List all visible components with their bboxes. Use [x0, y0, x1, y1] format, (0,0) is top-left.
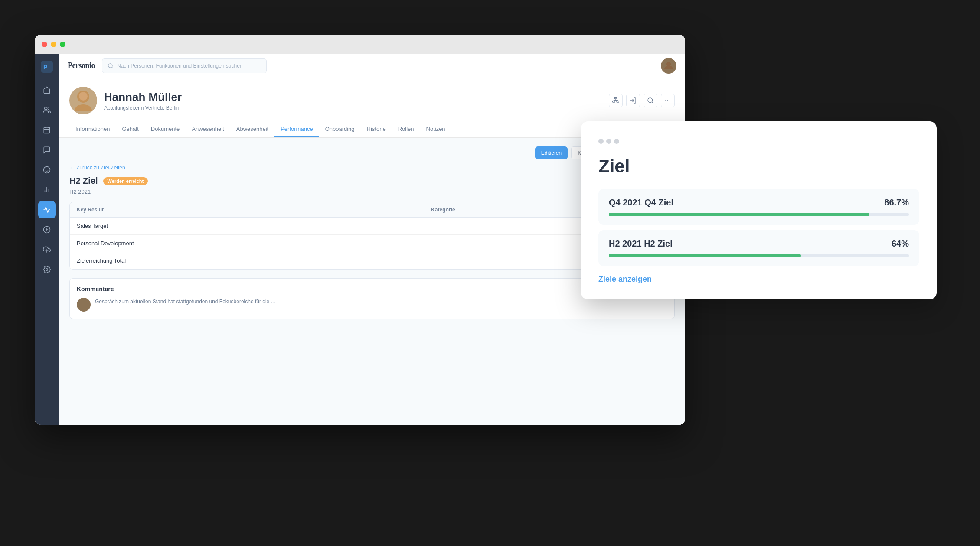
profile-actions: ··· — [609, 94, 675, 107]
goal-card-item-1: Q4 2021 Q4 Ziel 86.7% — [598, 189, 919, 225]
progress-bar-bg-2 — [609, 254, 909, 257]
col-key-result: Key Result — [77, 207, 431, 213]
goal-card-row-1: Q4 2021 Q4 Ziel 86.7% — [609, 198, 909, 208]
svg-text:P: P — [43, 64, 47, 71]
svg-line-16 — [112, 67, 113, 68]
comments-title: Kommentare — [77, 286, 667, 292]
cell-key-2: Personal Development — [77, 240, 431, 247]
card-dot-2 — [606, 139, 611, 144]
tab-informationen[interactable]: Informationen — [69, 121, 116, 137]
sidebar-item-people[interactable] — [38, 101, 56, 119]
cell-key-3: Zielerreichung Total — [77, 257, 431, 264]
svg-line-29 — [652, 102, 653, 103]
sidebar-item-chat[interactable] — [38, 141, 56, 159]
svg-point-20 — [79, 92, 88, 101]
goal-card-item-2: H2 2021 H2 Ziel 64% — [598, 230, 919, 266]
login-as-button[interactable] — [626, 94, 640, 107]
app-logo: Personio — [68, 61, 95, 70]
search-icon — [108, 63, 114, 69]
tab-performance[interactable]: Performance — [274, 121, 319, 137]
goal-title: H2 Ziel — [69, 176, 98, 186]
back-arrow-icon: ← — [69, 165, 75, 171]
goal-badge: Werden erreicht — [103, 177, 148, 185]
ziele-anzeigen-link[interactable]: Ziele anzeigen — [598, 275, 919, 284]
edit-button[interactable]: Editieren — [535, 146, 568, 159]
svg-point-6 — [44, 167, 50, 173]
minimize-button[interactable] — [51, 42, 56, 47]
goal-card-label-1: Q4 2021 Q4 Ziel — [609, 198, 673, 208]
profile-info: Hannah Müller Abteilungsleiterin Vertrie… — [69, 87, 675, 114]
sidebar-item-performance[interactable] — [38, 201, 56, 218]
sidebar-item-payroll[interactable] — [38, 221, 56, 238]
svg-rect-2 — [44, 127, 50, 133]
more-button[interactable]: ··· — [661, 94, 675, 107]
maximize-button[interactable] — [60, 42, 65, 47]
svg-point-19 — [75, 104, 92, 111]
svg-point-28 — [648, 98, 653, 103]
floating-card: Ziel Q4 2021 Q4 Ziel 86.7% H2 2021 H2 Zi… — [581, 121, 937, 299]
card-titlebar — [598, 139, 919, 144]
tab-notizen[interactable]: Notizen — [420, 121, 451, 137]
sidebar-item-reviews[interactable] — [38, 161, 56, 179]
tab-historie[interactable]: Historie — [361, 121, 392, 137]
goal-card-percent-2: 64% — [892, 239, 909, 249]
svg-rect-23 — [617, 101, 619, 102]
search-bar[interactable]: Nach Personen, Funktionen und Einstellun… — [102, 58, 267, 73]
svg-rect-22 — [613, 101, 615, 102]
tab-onboarding[interactable]: Onboarding — [319, 121, 361, 137]
close-button[interactable] — [42, 42, 47, 47]
tab-anwesenheit[interactable]: Anwesenheit — [186, 121, 230, 137]
top-header: Personio Nach Personen, Funktionen und E… — [59, 54, 685, 78]
commenter-avatar — [77, 298, 91, 312]
browser-titlebar — [35, 35, 685, 54]
goal-card-row-2: H2 2021 H2 Ziel 64% — [609, 239, 909, 249]
back-link-text: Zurück zu Ziel-Zeiten — [76, 165, 125, 171]
comment-text: Gespräch zum aktuellen Stand hat stattge… — [95, 298, 275, 312]
profile-subtitle: Abteilungsleiterin Vertrieb, Berlin — [104, 105, 182, 111]
profile-avatar — [69, 87, 97, 114]
sidebar-item-upload[interactable] — [38, 241, 56, 258]
header-right — [661, 58, 676, 74]
search-profile-button[interactable] — [644, 94, 657, 107]
org-chart-button[interactable] — [609, 94, 623, 107]
sidebar: P — [35, 54, 59, 425]
goal-card-label-2: H2 2021 H2 Ziel — [609, 239, 673, 249]
card-title: Ziel — [598, 156, 919, 177]
progress-bar-fill-2 — [609, 254, 801, 257]
progress-bar-fill-1 — [609, 213, 869, 216]
goal-card-percent-1: 86.7% — [884, 198, 909, 208]
tab-gehalt[interactable]: Gehalt — [116, 121, 145, 137]
svg-rect-21 — [614, 98, 617, 99]
tab-abwesenheit[interactable]: Abwesenheit — [230, 121, 274, 137]
card-dot-1 — [598, 139, 604, 144]
sidebar-item-calendar[interactable] — [38, 121, 56, 139]
comment-item: Gespräch zum aktuellen Stand hat stattge… — [77, 298, 667, 312]
card-dot-3 — [614, 139, 619, 144]
sidebar-item-analytics[interactable] — [38, 181, 56, 198]
sidebar-item-home[interactable] — [38, 81, 56, 99]
svg-point-15 — [108, 63, 112, 67]
user-avatar[interactable] — [661, 58, 676, 74]
svg-point-14 — [46, 269, 48, 271]
profile-name: Hannah Müller — [104, 91, 182, 104]
search-placeholder: Nach Personen, Funktionen und Einstellun… — [117, 63, 243, 69]
profile-text: Hannah Müller Abteilungsleiterin Vertrie… — [104, 91, 182, 111]
tab-rollen[interactable]: Rollen — [392, 121, 420, 137]
sidebar-logo: P — [41, 61, 53, 75]
sidebar-item-settings[interactable] — [38, 261, 56, 278]
progress-bar-bg-1 — [609, 213, 909, 216]
cell-key-1: Sales Target — [77, 223, 431, 229]
tab-dokumente[interactable]: Dokumente — [145, 121, 186, 137]
